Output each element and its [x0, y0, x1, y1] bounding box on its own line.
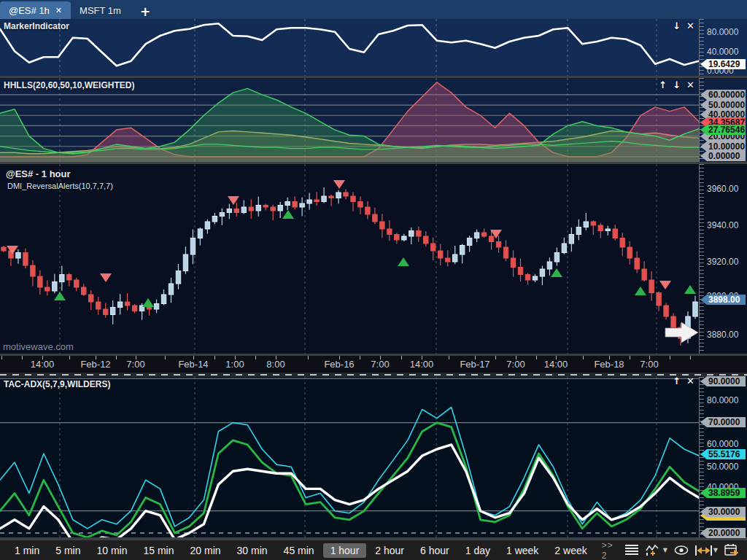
add-tab-button[interactable]: +	[130, 4, 160, 19]
visibility-eye-icon[interactable]	[674, 545, 689, 555]
price-tag: 3898.00	[700, 295, 746, 305]
menu-icon[interactable]	[624, 545, 639, 556]
axis-label: 50.0000	[707, 462, 738, 472]
time-axis-tick	[649, 356, 650, 359]
price-tag: 0.00000	[700, 151, 746, 161]
time-axis-label: 7:00	[506, 359, 525, 370]
timeframe-button-6-hour[interactable]: 6 hour	[413, 543, 457, 558]
move-panel-up-icon[interactable]: ↑	[673, 377, 681, 386]
time-axis-label: Feb-12	[80, 359, 110, 370]
move-panel-down-icon[interactable]: ↓	[673, 79, 681, 90]
timeframe-list: 1 min5 min10 min15 min20 min30 min45 min…	[7, 543, 595, 558]
axis-label: 40.0000	[707, 47, 738, 57]
time-axis-tick	[516, 356, 516, 359]
panel-buttons: ↑ ↓ ✕	[659, 79, 694, 90]
timeframe-button-2-week[interactable]: 2 week	[547, 543, 594, 558]
axis-ruler	[700, 164, 704, 354]
time-axis-tick	[583, 356, 584, 359]
price-tag: 60.00000	[700, 90, 746, 100]
timeframe-button-1-hour[interactable]: 1 hour	[323, 543, 367, 558]
dropdown-caret-icon: ▼	[663, 547, 667, 553]
time-axis-label: 14:00	[31, 359, 55, 370]
time-axis-tick	[360, 356, 360, 359]
main-chart-panel[interactable]: @ES# - 1 hour DMI_ReversalAlerts(10,7,7,…	[0, 164, 699, 354]
timeframe-button-10-min[interactable]: 10 min	[89, 543, 134, 558]
time-axis-tick	[1, 356, 2, 359]
axis-label: 80.0000	[707, 27, 738, 37]
timeframe-button-2-hour[interactable]: 2 hour	[368, 543, 411, 558]
time-axis-tick	[422, 356, 422, 359]
timeframe-button-1-week[interactable]: 1 week	[499, 543, 546, 558]
time-axis-label: 14:00	[410, 359, 434, 370]
axis-label: 3880.00	[707, 330, 738, 340]
time-axis-tick	[193, 356, 194, 359]
time-axis-tick	[339, 356, 340, 359]
time-axis-tick	[475, 356, 476, 359]
hhlls-panel[interactable]: HHLLS(20,60,50,10,WEIGHTED) ↑ ↓ ✕	[0, 78, 699, 162]
price-tag: 70.0000	[700, 417, 746, 427]
time-axis-label: 7:00	[371, 359, 389, 370]
price-tag: 30.0000	[700, 507, 746, 517]
tab-label: @ES# 1h	[9, 5, 50, 16]
bar-spacing-icon[interactable]: ▼	[695, 545, 718, 556]
timeframe-button-1-min[interactable]: 1 min	[7, 543, 47, 558]
timeframe-button-45-min[interactable]: 45 min	[276, 543, 322, 558]
price-tag: 19.6429	[700, 59, 746, 69]
tab-es-1h[interactable]: @ES# 1h ✕	[0, 1, 71, 19]
timeframe-button-30-min[interactable]: 30 min	[230, 543, 275, 558]
time-axis-label: Feb-17	[460, 359, 489, 370]
time-axis-tick	[136, 356, 136, 359]
close-panel-icon[interactable]: ✕	[686, 377, 694, 386]
trading-platform-window: { "window": { "tab_bar": { "tabs": [ {"l…	[0, 0, 747, 560]
timeframe-button-1-day[interactable]: 1 day	[458, 543, 498, 558]
time-axis-label: 7:00	[126, 359, 144, 370]
time-axis-tick	[96, 356, 96, 359]
time-axis-tick	[308, 356, 309, 359]
close-panel-icon[interactable]: ✕	[686, 20, 694, 31]
price-axis-marker[interactable]: 80.000040.00000.000019.6429	[699, 19, 747, 76]
move-panel-up-icon[interactable]: ↑	[659, 79, 667, 90]
time-axis-label: Feb-16	[324, 359, 354, 370]
time-axis-tick	[690, 356, 691, 359]
price-axis-main[interactable]: 3960.003940.003920.003900.003880.003898.…	[699, 164, 747, 354]
price-axis-tac[interactable]: 80.000060.000050.000040.000090.000070.00…	[699, 377, 747, 537]
price-tag: 20.0000	[700, 528, 746, 538]
tab-label: MSFT 1m	[80, 5, 121, 16]
timeframe-overflow-button[interactable]: >> 2	[596, 540, 623, 560]
time-axis-tick	[495, 356, 496, 359]
add-study-icon[interactable]: ▼	[646, 544, 667, 556]
timeframe-button-5-min[interactable]: 5 min	[48, 543, 88, 558]
price-tag: 50.00000	[700, 100, 746, 110]
axis-label: 60.0000	[707, 439, 738, 449]
time-axis-tick	[22, 356, 23, 359]
chart-title: @ES# - 1 hour	[6, 168, 71, 179]
axis-label: 80.0000	[707, 395, 738, 405]
time-axis-tick	[214, 356, 215, 359]
tac-adx-panel[interactable]: TAC-ADX(5,7,9,WILDERS) ↑ ✕	[0, 377, 699, 537]
panel-title: MarkerIndicator	[4, 21, 69, 31]
price-tag: 90.0000	[700, 376, 746, 386]
go-to-date-icon[interactable]	[724, 544, 738, 556]
panel-buttons: ↑ ✕	[673, 377, 694, 386]
timeframe-button-15-min[interactable]: 15 min	[136, 543, 182, 558]
price-axis-hhlls[interactable]: 60.0000050.0000040.0000020.0000010.00000…	[699, 78, 747, 162]
price-tag: 55.5176	[700, 449, 746, 459]
panel-title: HHLLS(20,60,50,10,WEIGHTED)	[4, 80, 134, 90]
toolbar-icons: ▼ ▼	[624, 544, 740, 556]
panel-buttons: ↓ ✕	[673, 20, 694, 31]
price-tag: 38.8959	[700, 488, 746, 498]
move-panel-down-icon[interactable]: ↓	[673, 20, 681, 31]
close-panel-icon[interactable]: ✕	[686, 79, 694, 90]
marker-indicator-panel[interactable]: MarkerIndicator ↓ ✕	[0, 19, 699, 76]
axis-label: 3960.00	[707, 184, 738, 194]
tab-msft-1m[interactable]: MSFT 1m	[71, 1, 130, 19]
tab-bar: @ES# 1h ✕ MSFT 1m +	[0, 0, 747, 19]
time-axis-label: Feb-14	[178, 359, 208, 370]
time-axis[interactable]: 14:00Feb-127:00Feb-141:008:00Feb-167:001…	[0, 356, 747, 373]
time-axis-tick	[401, 356, 402, 359]
time-axis-label: 1:00	[225, 359, 244, 370]
study-label: DMI_ReversalAlerts(10,7,7,7)	[7, 182, 113, 190]
time-axis-tick	[536, 356, 537, 359]
timeframe-button-20-min[interactable]: 20 min	[183, 543, 228, 558]
tab-close-icon[interactable]: ✕	[55, 6, 62, 15]
